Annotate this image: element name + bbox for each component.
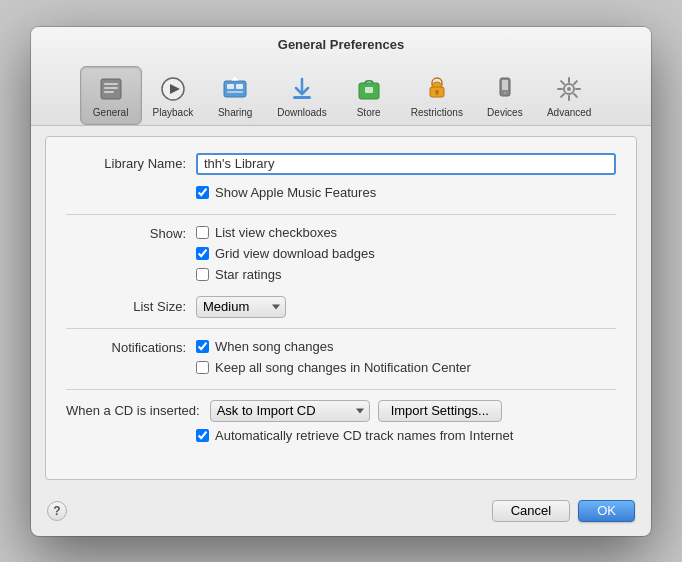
cd-select[interactable]: Ask to Import CD Import CD Import CD and… <box>210 400 370 422</box>
notifications-section: Notifications: When song changes Keep al… <box>66 339 616 379</box>
tab-playback-label: Playback <box>153 107 194 118</box>
list-size-row: List Size: Small Medium Large <box>66 296 616 318</box>
show-checkboxes: List view checkboxes Grid view download … <box>196 225 375 286</box>
cd-label: When a CD is inserted: <box>66 403 200 418</box>
svg-rect-6 <box>224 81 246 97</box>
list-size-select[interactable]: Small Medium Large <box>196 296 286 318</box>
toolbar: General Playback <box>31 62 651 125</box>
show-apple-music-checkbox[interactable] <box>196 186 209 199</box>
svg-rect-12 <box>365 87 373 93</box>
preferences-content: Library Name: Show Apple Music Features … <box>45 136 637 480</box>
store-icon <box>353 73 385 105</box>
svg-rect-18 <box>502 80 508 90</box>
svg-rect-7 <box>227 84 234 89</box>
library-name-label: Library Name: <box>66 156 186 171</box>
svg-point-21 <box>567 87 571 91</box>
list-view-checkbox[interactable] <box>196 226 209 239</box>
star-ratings-label: Star ratings <box>215 267 281 282</box>
svg-rect-3 <box>104 91 114 93</box>
ok-button[interactable]: OK <box>578 500 635 522</box>
svg-rect-2 <box>104 87 118 89</box>
star-ratings-row: Star ratings <box>196 267 375 282</box>
help-button[interactable]: ? <box>47 501 67 521</box>
svg-rect-9 <box>227 91 243 93</box>
grid-view-label: Grid view download badges <box>215 246 375 261</box>
tab-advanced[interactable]: Advanced <box>536 66 602 125</box>
keep-all-row: Keep all song changes in Notification Ce… <box>196 360 471 375</box>
button-group: Cancel OK <box>492 500 635 522</box>
show-label: Show: <box>66 225 186 241</box>
advanced-icon <box>553 73 585 105</box>
cancel-button[interactable]: Cancel <box>492 500 570 522</box>
sharing-icon <box>219 73 251 105</box>
tab-general[interactable]: General <box>80 66 142 125</box>
tab-general-label: General <box>93 107 129 118</box>
star-ratings-checkbox[interactable] <box>196 268 209 281</box>
when-song-row: When song changes <box>196 339 471 354</box>
tab-downloads[interactable]: Downloads <box>266 66 337 125</box>
general-icon <box>95 73 127 105</box>
library-name-input[interactable] <box>196 153 616 175</box>
library-name-row: Library Name: <box>66 153 616 175</box>
tab-devices[interactable]: Devices <box>474 66 536 125</box>
list-view-label: List view checkboxes <box>215 225 337 240</box>
auto-retrieve-checkbox-row: Automatically retrieve CD track names fr… <box>196 428 513 443</box>
notifications-label: Notifications: <box>66 339 186 355</box>
separator-2 <box>66 328 616 329</box>
grid-view-row: Grid view download badges <box>196 246 375 261</box>
bottom-bar: ? Cancel OK <box>31 490 651 536</box>
tab-downloads-label: Downloads <box>277 107 326 118</box>
auto-retrieve-label: Automatically retrieve CD track names fr… <box>215 428 513 443</box>
list-size-wrapper: Small Medium Large <box>196 296 286 318</box>
svg-rect-1 <box>104 83 118 85</box>
apple-music-row: Show Apple Music Features <box>66 185 616 204</box>
show-apple-music-checkbox-row: Show Apple Music Features <box>196 185 376 200</box>
cd-section: When a CD is inserted: Ask to Import CD … <box>66 400 616 457</box>
notification-checkboxes: When song changes Keep all song changes … <box>196 339 471 379</box>
when-song-label: When song changes <box>215 339 334 354</box>
tab-restrictions-label: Restrictions <box>411 107 463 118</box>
auto-retrieve-row: Automatically retrieve CD track names fr… <box>196 428 616 447</box>
cd-select-wrapper: Ask to Import CD Import CD Import CD and… <box>210 400 370 422</box>
playback-icon <box>157 73 189 105</box>
keep-all-label: Keep all song changes in Notification Ce… <box>215 360 471 375</box>
list-view-row: List view checkboxes <box>196 225 375 240</box>
grid-view-checkbox[interactable] <box>196 247 209 260</box>
separator-1 <box>66 214 616 215</box>
tab-store[interactable]: Store <box>338 66 400 125</box>
list-size-label: List Size: <box>66 299 186 314</box>
tab-devices-label: Devices <box>487 107 523 118</box>
window-title: General Preferences <box>31 37 651 52</box>
devices-icon <box>489 73 521 105</box>
title-bar: General Preferences General <box>31 27 651 126</box>
preferences-window: General Preferences General <box>31 27 651 536</box>
downloads-icon <box>286 73 318 105</box>
svg-point-19 <box>504 92 506 94</box>
separator-3 <box>66 389 616 390</box>
svg-rect-10 <box>293 96 311 99</box>
show-apple-music-label: Show Apple Music Features <box>215 185 376 200</box>
auto-retrieve-checkbox[interactable] <box>196 429 209 442</box>
when-song-checkbox[interactable] <box>196 340 209 353</box>
cd-row: When a CD is inserted: Ask to Import CD … <box>66 400 616 422</box>
tab-store-label: Store <box>357 107 381 118</box>
show-section: Show: List view checkboxes Grid view dow… <box>66 225 616 286</box>
restrictions-icon <box>421 73 453 105</box>
tab-advanced-label: Advanced <box>547 107 591 118</box>
svg-rect-8 <box>236 84 243 89</box>
tab-sharing-label: Sharing <box>218 107 252 118</box>
keep-all-checkbox[interactable] <box>196 361 209 374</box>
svg-rect-16 <box>436 92 438 95</box>
tab-playback[interactable]: Playback <box>142 66 205 125</box>
tab-restrictions[interactable]: Restrictions <box>400 66 474 125</box>
tab-sharing[interactable]: Sharing <box>204 66 266 125</box>
import-settings-button[interactable]: Import Settings... <box>378 400 502 422</box>
